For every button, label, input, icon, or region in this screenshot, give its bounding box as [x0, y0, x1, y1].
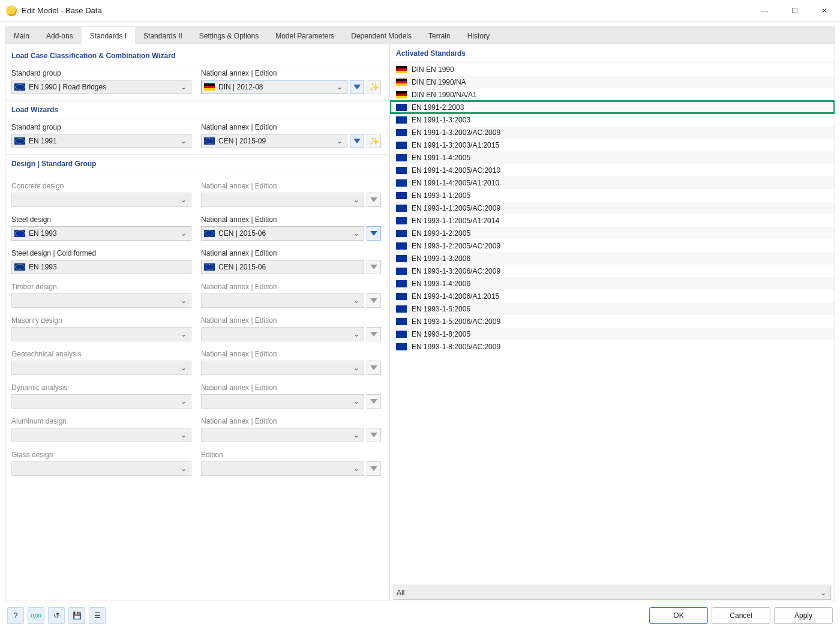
design-annex-label: National annex | Edition	[201, 283, 364, 291]
save-button[interactable]: 💾	[68, 607, 85, 624]
loadcase-annex-value: DIN | 2012-08	[218, 83, 335, 91]
activated-standard-name: EN 1991-1-3:2003	[412, 116, 470, 124]
design-std-value: EN 1993	[29, 263, 188, 271]
filter-button[interactable]	[350, 134, 364, 148]
activated-standard-item[interactable]: EN 1993-1-8:2005/AC:2009	[390, 340, 835, 353]
filter-icon	[353, 139, 361, 143]
eu-flag-icon	[396, 154, 407, 161]
design-std-select[interactable]: EN 1993	[11, 260, 191, 274]
eu-flag-icon	[396, 305, 407, 313]
chevron-down-icon: ⌄	[179, 296, 188, 305]
chevron-down-icon: ⌄	[335, 83, 344, 91]
design-annex-select[interactable]: CEN | 2015-06⌄	[201, 226, 364, 241]
activated-standard-item[interactable]: DIN EN 1990/NA	[390, 76, 835, 88]
design-annex-label: National annex | Edition	[201, 249, 364, 257]
activated-standard-item[interactable]: EN 1993-1-1:2005/AC:2009	[390, 202, 835, 214]
tab-model-parameters[interactable]: Model Parameters	[267, 27, 343, 44]
tab-standards-ii[interactable]: Standards II	[135, 27, 191, 44]
units-button[interactable]: 0,00	[28, 607, 44, 624]
report-button[interactable]: ☰	[89, 607, 106, 624]
tab-terrain[interactable]: Terrain	[420, 27, 459, 44]
chevron-down-icon: ⌄	[352, 296, 361, 305]
activated-filter-value: All	[397, 589, 818, 597]
tab-dependent-models[interactable]: Dependent Models	[343, 27, 420, 44]
ok-button[interactable]: OK	[649, 607, 708, 624]
activated-standard-name: EN 1993-1-3:2006/AC:2009	[412, 267, 500, 275]
activated-standard-name: EN 1993-1-5:2006	[412, 305, 470, 313]
activated-standard-item[interactable]: EN 1991-1-3:2003	[390, 113, 835, 126]
design-std-select[interactable]: EN 1993⌄	[11, 226, 191, 241]
loadwizards-annex-select[interactable]: CEN | 2015-09 ⌄	[201, 134, 347, 148]
design-annex-select: ⌄	[201, 327, 364, 341]
minimize-button[interactable]: —	[755, 4, 774, 18]
activated-standard-item[interactable]: EN 1993-1-5:2006/AC:2009	[390, 315, 835, 328]
activated-standard-item[interactable]: EN 1993-1-3:2006	[390, 252, 835, 265]
maximize-button[interactable]: ☐	[785, 4, 804, 18]
design-annex-label: Edition	[201, 451, 364, 459]
eu-flag-icon	[396, 318, 407, 325]
activated-standard-name: EN 1993-1-4:2006	[412, 280, 470, 288]
activated-standard-item[interactable]: EN 1991-1-4:2005/A1:2010	[390, 176, 835, 189]
activated-standard-item[interactable]: EN 1993-1-2:2005	[390, 227, 835, 239]
eu-flag-icon	[396, 116, 407, 124]
eu-flag-icon	[396, 167, 407, 174]
filter-button	[367, 428, 381, 442]
tab-history[interactable]: History	[459, 27, 498, 44]
loadcase-std-select[interactable]: EN 1990 | Road Bridges ⌄	[11, 80, 191, 94]
filter-button[interactable]	[367, 226, 381, 241]
apply-button[interactable]: Apply	[774, 607, 833, 624]
tab-standards-i[interactable]: Standards I	[82, 27, 135, 44]
design-label: Geotechnical analysis	[11, 350, 191, 358]
activated-standard-name: DIN EN 1990/NA	[412, 78, 466, 86]
wizard-button[interactable]: ✨	[367, 80, 381, 94]
loadwizards-std-value: EN 1991	[29, 137, 179, 145]
eu-flag-icon	[396, 230, 407, 237]
design-std-select: ⌄	[11, 293, 191, 308]
filter-icon	[370, 332, 377, 337]
activated-standard-item[interactable]: EN 1991-1-4:2005/AC:2010	[390, 164, 835, 176]
filter-button	[367, 394, 381, 409]
section-loadcase-header: Load Case Classification & Combination W…	[5, 47, 389, 65]
design-label: Masonry design	[11, 316, 191, 325]
activated-standard-item[interactable]: EN 1993-1-1:2005	[390, 189, 835, 202]
loadcase-annex-select[interactable]: DIN | 2012-08 ⌄	[201, 80, 347, 94]
activated-standard-name: EN 1993-1-5:2006/AC:2009	[412, 317, 500, 326]
cancel-button[interactable]: Cancel	[712, 607, 770, 624]
activated-standard-item[interactable]: EN 1993-1-3:2006/AC:2009	[390, 265, 835, 277]
tab-settings-options[interactable]: Settings & Options	[191, 27, 267, 44]
activated-standard-item[interactable]: EN 1991-1-3:2003/AC:2009	[390, 126, 835, 139]
loadwizards-std-select[interactable]: EN 1991 ⌄	[11, 134, 191, 148]
wizard-button[interactable]: ✨	[367, 134, 381, 148]
activated-standard-name: EN 1993-1-8:2005/AC:2009	[412, 343, 500, 351]
activated-standard-item[interactable]: EN 1993-1-5:2006	[390, 302, 835, 315]
design-annex-label: National annex | Edition	[201, 383, 364, 392]
filter-button[interactable]	[367, 260, 381, 274]
design-annex-select[interactable]: CEN | 2015-06	[201, 260, 364, 274]
activated-standard-name: EN 1993-1-3:2006	[412, 254, 470, 263]
refresh-button[interactable]: ↺	[48, 607, 65, 624]
tab-add-ons[interactable]: Add-ons	[38, 27, 82, 44]
activated-standard-name: EN 1993-1-1:2005/A1:2014	[412, 217, 499, 225]
activated-standard-item[interactable]: DIN EN 1990	[390, 63, 835, 76]
activated-standard-item[interactable]: EN 1991-1-3:2003/A1:2015	[390, 139, 835, 151]
filter-button[interactable]	[350, 80, 364, 94]
eu-flag-icon	[204, 230, 215, 237]
activated-standard-item[interactable]: EN 1993-1-2:2005/AC:2009	[390, 239, 835, 252]
chevron-down-icon: ⌄	[179, 330, 188, 338]
activated-standard-item[interactable]: EN 1993-1-8:2005	[390, 328, 835, 340]
help-button[interactable]: ?	[7, 607, 24, 624]
loadwizards-annex-label: National annex | Edition	[201, 123, 347, 131]
activated-standard-name: EN 1993-1-2:2005	[412, 229, 470, 238]
design-annex-value: CEN | 2015-06	[218, 229, 352, 238]
activated-standard-item[interactable]: EN 1991-2:2003	[390, 101, 835, 113]
eu-flag-icon	[396, 242, 407, 250]
close-button[interactable]: ✕	[815, 4, 834, 18]
activated-standard-item[interactable]: EN 1993-1-4:2006	[390, 277, 835, 290]
activated-standard-item[interactable]: EN 1993-1-1:2005/A1:2014	[390, 214, 835, 227]
tab-main[interactable]: Main	[5, 27, 38, 44]
activated-standard-item[interactable]: EN 1993-1-4:2006/A1:2015	[390, 290, 835, 302]
activated-standard-item[interactable]: DIN EN 1990/NA/A1	[390, 88, 835, 101]
design-std-select: ⌄	[11, 327, 191, 341]
activated-filter-select[interactable]: All ⌄	[394, 586, 831, 600]
activated-standard-item[interactable]: EN 1991-1-4:2005	[390, 151, 835, 164]
